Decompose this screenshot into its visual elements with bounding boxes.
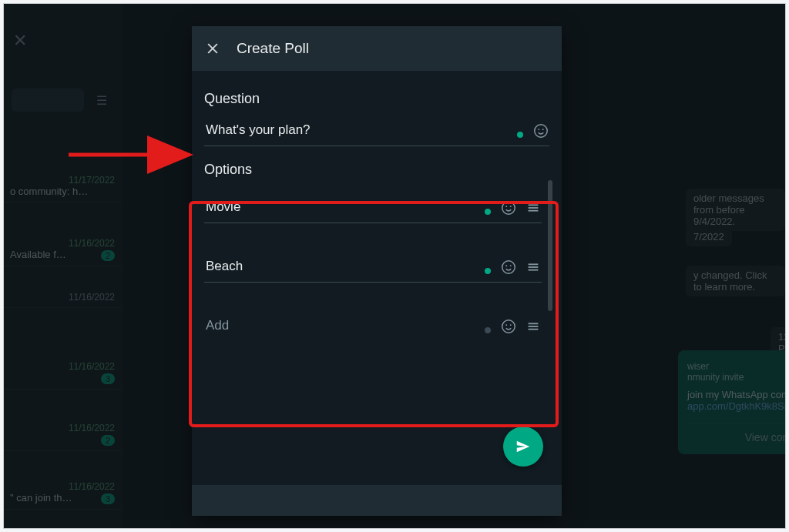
- svg-point-17: [502, 320, 515, 333]
- chat-date: 11/16/2022: [10, 361, 115, 372]
- close-icon[interactable]: ✕: [13, 31, 27, 51]
- svg-point-7: [510, 206, 512, 207]
- active-indicator-icon: [485, 209, 491, 215]
- active-indicator-icon: [485, 268, 491, 274]
- create-poll-panel: Create Poll Question Options: [192, 26, 562, 516]
- chat-list-item[interactable]: 11/16/2022 Available f…2: [4, 235, 121, 266]
- svg-point-13: [510, 265, 512, 266]
- chat-list-item[interactable]: 11/16/2022 2: [4, 420, 121, 451]
- svg-point-12: [505, 265, 507, 266]
- search-input[interactable]: [12, 89, 84, 112]
- emoji-icon[interactable]: [500, 199, 517, 216]
- svg-point-11: [502, 261, 515, 274]
- bubble-body: join my WhatsApp community:: [687, 389, 786, 400]
- chat-preview: 3: [10, 372, 115, 384]
- bubble-subtitle: nmunity invite: [687, 372, 786, 383]
- panel-header: Create Poll: [192, 26, 562, 71]
- drag-handle-icon[interactable]: [525, 199, 542, 216]
- svg-point-3: [538, 129, 539, 130]
- chat-date: 11/16/2022: [10, 292, 115, 303]
- chat-preview: Available f…2: [10, 249, 115, 261]
- send-button[interactable]: [503, 427, 543, 467]
- chat-list-item[interactable]: 11/17/2022 o community: h…: [4, 172, 121, 202]
- chat-preview: o community: h…: [10, 186, 115, 197]
- svg-point-5: [502, 202, 515, 215]
- chat-list-item[interactable]: 11/16/2022 3: [4, 358, 121, 390]
- chat-list-item[interactable]: 11/16/2022: [4, 289, 121, 308]
- emoji-icon[interactable]: [532, 122, 549, 139]
- question-field[interactable]: [204, 116, 549, 146]
- chat-list-item[interactable]: 11/16/2022 " can join th…3: [4, 478, 121, 510]
- options-section-label: Options: [201, 157, 545, 179]
- sidebar-header: ✕: [13, 19, 113, 62]
- older-messages-notice[interactable]: older messages from before 9/4/2022.: [686, 189, 785, 231]
- chat-preview: " can join th…3: [10, 492, 115, 504]
- svg-point-6: [505, 206, 507, 207]
- chat-date: 11/16/2022: [10, 238, 115, 249]
- active-indicator-icon: [517, 132, 523, 138]
- option-input[interactable]: [204, 253, 480, 277]
- unread-badge: 3: [101, 373, 115, 384]
- svg-point-18: [505, 324, 507, 326]
- drag-handle-icon[interactable]: [525, 259, 542, 276]
- chat-date: 11/16/2022: [10, 423, 115, 433]
- close-icon[interactable]: [204, 40, 221, 57]
- option-field[interactable]: [204, 253, 542, 283]
- panel-body: Question Options: [192, 71, 562, 516]
- options-section: Options: [201, 157, 552, 341]
- svg-point-4: [542, 129, 544, 130]
- bubble-sender: wiser: [687, 361, 786, 372]
- options-scrollbar[interactable]: [548, 180, 552, 311]
- security-notice[interactable]: y changed. Click to learn more.: [686, 266, 785, 296]
- option-add-input[interactable]: [204, 312, 480, 336]
- message-bubble[interactable]: wiser nmunity invite join my WhatsApp co…: [678, 350, 786, 454]
- question-input[interactable]: [204, 116, 512, 141]
- emoji-icon[interactable]: [500, 318, 517, 335]
- unread-badge: 2: [101, 435, 115, 446]
- option-field[interactable]: [204, 193, 542, 223]
- chat-date: 11/16/2022: [10, 481, 115, 492]
- panel-title: Create Poll: [237, 40, 309, 57]
- active-indicator-icon: [485, 327, 491, 333]
- date-pill: 7/2022: [686, 227, 732, 246]
- emoji-icon[interactable]: [500, 259, 517, 276]
- sidebar: ✕ ☰ 11/17/2022 o community: h… 11/16/202…: [4, 4, 123, 528]
- unread-badge: 3: [101, 494, 115, 504]
- filter-icon[interactable]: ☰: [96, 93, 107, 108]
- question-section-label: Question: [201, 86, 552, 109]
- chat-date: 11/17/2022: [10, 175, 115, 186]
- chat-preview: 2: [10, 433, 115, 446]
- app-frame: ✕ ☰ 11/17/2022 o community: h… 11/16/202…: [3, 3, 786, 529]
- drag-handle-icon[interactable]: [525, 318, 542, 335]
- option-add-field[interactable]: [204, 312, 542, 341]
- unread-badge: 2: [101, 250, 115, 261]
- option-input[interactable]: [204, 193, 480, 218]
- svg-point-19: [510, 324, 512, 326]
- bubble-link[interactable]: app.com/DgtkhK9k8Sr7Co5Q52MCnQ: [687, 400, 786, 412]
- svg-point-2: [535, 125, 548, 138]
- view-community-button[interactable]: View community: [687, 423, 786, 443]
- panel-footer: [192, 485, 562, 516]
